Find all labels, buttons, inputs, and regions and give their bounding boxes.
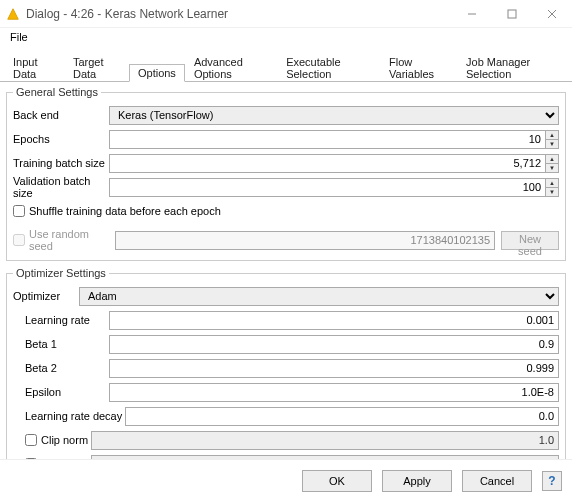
general-settings-legend: General Settings — [13, 86, 101, 98]
tab-target-data[interactable]: Target Data — [64, 53, 129, 82]
lr-label: Learning rate — [25, 314, 109, 326]
beta1-label: Beta 1 — [25, 338, 109, 350]
window-buttons — [452, 0, 572, 28]
tab-input-data[interactable]: Input Data — [4, 53, 64, 82]
optimizer-settings-group: Optimizer Settings Optimizer Adam Learni… — [6, 267, 566, 486]
menubar: File — [0, 28, 572, 46]
clip-norm-input — [91, 431, 559, 450]
tabstrip: Input Data Target Data Options Advanced … — [0, 46, 572, 82]
ok-button[interactable]: OK — [302, 470, 372, 492]
epochs-label: Epochs — [13, 133, 109, 145]
cancel-button[interactable]: Cancel — [462, 470, 532, 492]
titlebar: Dialog - 4:26 - Keras Network Learner — [0, 0, 572, 28]
val-batch-label: Validation batch size — [13, 175, 109, 199]
random-seed-checkbox-row[interactable]: Use random seed — [13, 228, 109, 252]
apply-button[interactable]: Apply — [382, 470, 452, 492]
button-bar: OK Apply Cancel ? — [0, 459, 572, 500]
svg-marker-0 — [8, 8, 19, 19]
optimizer-select[interactable]: Adam — [79, 287, 559, 306]
val-batch-down[interactable]: ▼ — [546, 187, 558, 196]
train-batch-down[interactable]: ▼ — [546, 163, 558, 172]
train-batch-label: Training batch size — [13, 157, 109, 169]
tab-options[interactable]: Options — [129, 64, 185, 82]
maximize-button[interactable] — [492, 0, 532, 28]
val-batch-spinner[interactable]: ▲▼ — [109, 178, 559, 197]
clip-norm-label: Clip norm — [41, 434, 88, 446]
beta2-input[interactable] — [109, 359, 559, 378]
backend-label: Back end — [13, 109, 109, 121]
lr-input[interactable] — [109, 311, 559, 330]
tab-executable-selection[interactable]: Executable Selection — [277, 53, 380, 82]
optimizer-settings-legend: Optimizer Settings — [13, 267, 109, 279]
tab-job-manager-selection[interactable]: Job Manager Selection — [457, 53, 568, 82]
random-seed-input — [115, 231, 495, 250]
beta2-label: Beta 2 — [25, 362, 109, 374]
epsilon-label: Epsilon — [25, 386, 109, 398]
svg-rect-2 — [508, 10, 516, 18]
general-settings-group: General Settings Back end Keras (TensorF… — [6, 86, 566, 261]
train-batch-spinner[interactable]: ▲▼ — [109, 154, 559, 173]
new-seed-button[interactable]: New seed — [501, 231, 559, 250]
beta1-input[interactable] — [109, 335, 559, 354]
epochs-up[interactable]: ▲ — [546, 131, 558, 139]
val-batch-up[interactable]: ▲ — [546, 179, 558, 187]
lr-decay-input[interactable] — [125, 407, 559, 426]
minimize-button[interactable] — [452, 0, 492, 28]
epsilon-input[interactable] — [109, 383, 559, 402]
epochs-spinner[interactable]: ▲▼ — [109, 130, 559, 149]
train-batch-up[interactable]: ▲ — [546, 155, 558, 163]
val-batch-input[interactable] — [109, 178, 545, 197]
shuffle-label: Shuffle training data before each epoch — [29, 205, 221, 217]
clip-norm-checkbox-row[interactable]: Clip norm — [25, 434, 91, 446]
random-seed-label: Use random seed — [29, 228, 109, 252]
tab-advanced-options[interactable]: Advanced Options — [185, 53, 277, 82]
options-page: General Settings Back end Keras (TensorF… — [0, 82, 572, 498]
help-button[interactable]: ? — [542, 471, 562, 491]
train-batch-input[interactable] — [109, 154, 545, 173]
app-logo-icon — [6, 7, 20, 21]
random-seed-checkbox[interactable] — [13, 234, 25, 246]
backend-select[interactable]: Keras (TensorFlow) — [109, 106, 559, 125]
epochs-input[interactable] — [109, 130, 545, 149]
epochs-down[interactable]: ▼ — [546, 139, 558, 148]
window-title: Dialog - 4:26 - Keras Network Learner — [26, 7, 452, 21]
optimizer-label: Optimizer — [13, 290, 79, 302]
shuffle-checkbox-row[interactable]: Shuffle training data before each epoch — [13, 205, 221, 217]
tab-flow-variables[interactable]: Flow Variables — [380, 53, 457, 82]
close-button[interactable] — [532, 0, 572, 28]
menu-file[interactable]: File — [4, 30, 34, 44]
clip-norm-checkbox[interactable] — [25, 434, 37, 446]
shuffle-checkbox[interactable] — [13, 205, 25, 217]
lr-decay-label: Learning rate decay — [25, 410, 125, 422]
